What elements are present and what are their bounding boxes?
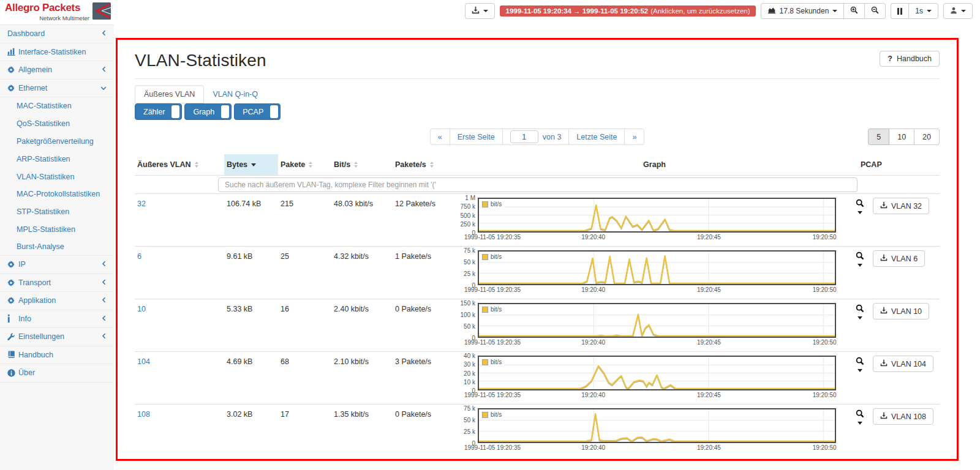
pagination-first-button[interactable]: Erste Seite <box>450 129 502 144</box>
chart-plot-area[interactable]: bit/s <box>478 408 836 443</box>
chart-plot-area[interactable]: bit/s <box>478 250 836 285</box>
time-range-badge[interactable]: 1999-11-05 19:20:34 → 1999-11-05 19:20:5… <box>500 6 755 17</box>
gear-icon <box>7 297 18 304</box>
brand-logo-icon <box>92 2 111 21</box>
pagination-prev-button[interactable]: « <box>431 129 450 144</box>
pcap-download-button[interactable]: VLAN 32 <box>873 198 929 214</box>
pakete-s-value: 1 Pakete/s <box>393 247 457 299</box>
magnifier-icon[interactable] <box>856 409 864 420</box>
table-row: 108 3.02 kB 17 1.35 kbit/s 0 Pakete/s 75… <box>135 404 940 457</box>
user-menu-button[interactable] <box>943 3 973 19</box>
zoom-in-button[interactable] <box>843 3 864 19</box>
pcap-download-button[interactable]: VLAN 104 <box>873 356 933 372</box>
chevron-down-icon[interactable] <box>858 211 862 214</box>
pagination-next-button[interactable]: » <box>624 129 644 144</box>
sidebar-item-ip[interactable]: IP <box>0 256 114 274</box>
bits-value: 4.32 kbit/s <box>331 247 393 299</box>
pakete-s-value: 12 Pakete/s <box>393 194 457 246</box>
toggle-graph-button[interactable]: Graph <box>184 103 232 120</box>
chart-plot-area[interactable]: bit/s <box>478 303 836 338</box>
chart-plot-area[interactable]: bit/s <box>478 356 836 390</box>
column-header-bytes[interactable]: Bytes <box>224 154 278 175</box>
vlan-id-link[interactable]: 108 <box>137 410 150 419</box>
column-header-pakete-s[interactable]: Pakete/s <box>393 154 457 175</box>
sidebar-item-ueber[interactable]: Über <box>0 364 114 382</box>
export-download-button[interactable] <box>465 3 495 19</box>
column-header-pakete[interactable]: Pakete <box>278 154 331 175</box>
sidebar-item-dashboard[interactable]: Dashboard <box>0 25 114 43</box>
page-size-5-button[interactable]: 5 <box>868 129 889 145</box>
traffic-chart: 75 k50 k25 k0 bit/s 1999-11-05 19:20:351… <box>457 247 852 299</box>
sort-icon <box>195 162 198 168</box>
sidebar-item-info[interactable]: Info <box>0 310 114 329</box>
toggle-pcap-button[interactable]: PCAP <box>234 103 281 120</box>
sidebar-item-mac-protokollstatistiken[interactable]: MAC-Protokollstatistiken <box>0 185 114 203</box>
sidebar-item-paketgroessenverteilung[interactable]: Paketgrößenverteilung <box>0 133 114 151</box>
chevron-down-icon[interactable] <box>858 264 862 267</box>
magnifier-icon[interactable] <box>856 199 864 209</box>
sidebar-item-ethernet[interactable]: Ethernet <box>0 80 114 98</box>
sidebar-item-vlan-statistiken[interactable]: VLAN-Statistiken <box>0 168 114 185</box>
page-size-10-button[interactable]: 10 <box>889 129 914 145</box>
chart-plot-area[interactable]: bit/s <box>478 198 836 233</box>
sidebar-item-arp-statistiken[interactable]: ARP-Statistiken <box>0 150 114 168</box>
refresh-interval-label: 1s <box>915 7 923 15</box>
page-number-input[interactable] <box>510 130 538 143</box>
sidebar-item-mpls-statistiken[interactable]: MPLS-Statistiken <box>0 221 114 239</box>
legend-swatch-icon <box>482 201 488 207</box>
brand[interactable]: Allegro Packets Network Multimeter <box>5 2 114 21</box>
column-header-aeusseres-vlan[interactable]: Äußeres VLAN <box>135 154 224 175</box>
sidebar-item-einstellungen[interactable]: Einstellungen <box>0 328 114 346</box>
pagination-last-button[interactable]: Letzte Seite <box>568 129 624 144</box>
sidebar-item-transport[interactable]: Transport <box>0 274 114 293</box>
zoom-out-button[interactable] <box>864 3 886 19</box>
vlan-filter-search-input[interactable] <box>218 177 858 192</box>
sidebar-item-handbuch[interactable]: Handbuch <box>0 346 114 365</box>
traffic-chart: 40 k30 k20 k10 k0 bit/s 1999-11-05 19:20… <box>457 352 852 404</box>
tab-vlan-q-in-q[interactable]: VLAN Q-in-Q <box>204 85 266 103</box>
pcap-download-button[interactable]: VLAN 108 <box>873 408 933 425</box>
sidebar-item-allgemein[interactable]: Allgemein <box>0 61 114 80</box>
chevron-down-icon[interactable] <box>858 369 862 372</box>
tab-aeusseres-vlan[interactable]: Äußeres VLAN <box>135 85 204 103</box>
pakete-s-value: 0 Pakete/s <box>393 299 457 351</box>
download-icon <box>880 412 888 421</box>
sidebar-item-mac-statistiken[interactable]: MAC-Statistiken <box>0 97 114 115</box>
sidebar-item-applikation[interactable]: Applikation <box>0 292 114 310</box>
sidebar-item-label: VLAN-Statistiken <box>17 173 74 181</box>
sidebar-item-interface-statistiken[interactable]: Interface-Statistiken <box>0 43 114 62</box>
info-circle-icon <box>7 369 18 377</box>
wrench-icon <box>7 333 18 340</box>
vlan-id-link[interactable]: 104 <box>137 357 150 366</box>
chart-y-axis: 40 k30 k20 k10 k0 <box>457 356 478 390</box>
chart-x-axis: 1999-11-05 19:20:3519:20:4019:20:4519:20… <box>478 390 836 399</box>
chevron-down-icon[interactable] <box>858 422 862 425</box>
chevron-down-icon[interactable] <box>858 316 862 319</box>
handbuch-help-button[interactable]: ? Handbuch <box>880 51 940 67</box>
bytes-value: 5.33 kB <box>224 299 278 351</box>
page-size-20-button[interactable]: 20 <box>914 129 940 145</box>
traffic-chart: 1 M750 k500 k250 k0 bit/s 1999-11-05 19:… <box>457 194 852 246</box>
sort-icon <box>354 162 358 168</box>
bytes-value: 3.02 kB <box>224 405 278 457</box>
pcap-download-button[interactable]: VLAN 6 <box>873 250 925 267</box>
sidebar-item-burst-analyse[interactable]: Burst-Analyse <box>0 238 114 256</box>
sidebar-item-stp-statistiken[interactable]: STP-Statistiken <box>0 203 114 221</box>
sidebar-item-label: MPLS-Statistiken <box>17 225 75 234</box>
toggle-zaehler-button[interactable]: Zähler <box>135 103 182 120</box>
time-window-button[interactable]: 17.8 Sekunden <box>761 3 844 19</box>
chart-x-axis: 1999-11-05 19:20:3519:20:4019:20:4519:20… <box>478 285 836 294</box>
refresh-interval-button[interactable]: 1s <box>908 3 938 19</box>
vlan-id-link[interactable]: 32 <box>137 200 146 208</box>
pcap-download-button[interactable]: VLAN 10 <box>873 303 929 319</box>
pause-button[interactable] <box>891 3 908 19</box>
vlan-id-link[interactable]: 6 <box>137 252 141 261</box>
column-header-bits[interactable]: Bit/s <box>331 154 393 175</box>
vlan-id-link[interactable]: 10 <box>137 305 146 313</box>
magnifier-icon[interactable] <box>856 357 864 367</box>
toggle-checkbox <box>270 105 278 118</box>
magnifier-icon[interactable] <box>856 252 864 262</box>
sidebar-item-qos-statistiken[interactable]: QoS-Statistiken <box>0 115 114 133</box>
magnifier-icon[interactable] <box>856 304 864 315</box>
chevron-left-icon <box>102 296 107 305</box>
